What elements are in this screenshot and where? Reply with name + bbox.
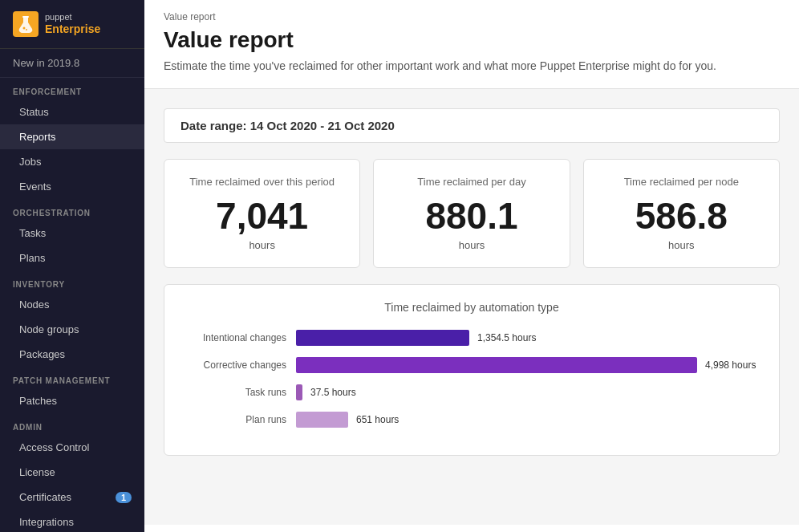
sidebar-section-enforcement: ENFORCEMENT Status Reports Jobs Events <box>0 78 144 199</box>
puppet-label: puppet <box>45 12 100 22</box>
sidebar-item-plans[interactable]: Plans <box>0 246 144 270</box>
chart-label-task-runs: Task runs <box>184 387 296 398</box>
svg-point-2 <box>26 29 27 30</box>
sidebar-item-license[interactable]: License <box>0 460 144 485</box>
sidebar-item-nodes[interactable]: Nodes <box>0 292 144 317</box>
stat-value-per-day: 880.1 <box>390 197 553 234</box>
chart-label-corrective: Corrective changes <box>184 359 296 371</box>
enforcement-header: ENFORCEMENT <box>0 78 144 99</box>
chart-bar-task-runs <box>296 384 302 400</box>
sidebar-item-events[interactable]: Events <box>0 174 144 199</box>
sidebar-item-integrations[interactable]: Integrations <box>0 510 144 532</box>
chart-bar-corrective <box>296 357 697 373</box>
sidebar-section-admin: ADMIN Access Control License Certificate… <box>0 413 144 532</box>
stat-card-per-node: Time reclaimed per node 586.8 hours <box>583 159 780 268</box>
chart-bar-intentional <box>296 330 469 346</box>
stat-card-total: Time reclaimed over this period 7,041 ho… <box>164 159 360 268</box>
sidebar-item-reports[interactable]: Reports <box>0 124 144 149</box>
new-badge[interactable]: New in 2019.8 <box>0 49 144 78</box>
stat-card-per-day: Time reclaimed per day 880.1 hours <box>373 159 570 268</box>
svg-rect-0 <box>22 16 29 18</box>
enterprise-label: Enterprise <box>45 22 100 36</box>
chart-row-task-runs: Task runs 37.5 hours <box>184 384 760 400</box>
stat-unit-per-node: hours <box>600 239 763 251</box>
sidebar-item-status[interactable]: Status <box>0 99 144 124</box>
main-content: Value report Value report Estimate the t… <box>144 0 799 532</box>
orchestration-header: ORCHESTRATION <box>0 199 144 221</box>
sidebar-item-tasks[interactable]: Tasks <box>0 221 144 246</box>
page-title: Value report <box>144 26 799 59</box>
puppet-logo-icon <box>13 11 39 37</box>
chart-row-plan-runs: Plan runs 651 hours <box>184 412 760 428</box>
stat-label-total: Time reclaimed over this period <box>180 176 343 188</box>
sidebar-item-patches[interactable]: Patches <box>0 388 144 413</box>
chart-bar-container-corrective: 4,998 hours <box>296 357 760 373</box>
sidebar-section-orchestration: ORCHESTRATION Tasks Plans <box>0 199 144 270</box>
chart-value-task-runs: 37.5 hours <box>310 387 356 398</box>
certificates-badge: 1 <box>116 492 132 503</box>
inventory-header: INVENTORY <box>0 270 144 292</box>
chart-value-intentional: 1,354.5 hours <box>477 332 536 343</box>
chart-row-intentional: Intentional changes 1,354.5 hours <box>184 330 760 346</box>
chart-card: Time reclaimed by automation type Intent… <box>164 284 780 456</box>
chart-label-intentional: Intentional changes <box>184 332 296 343</box>
chart-label-plan-runs: Plan runs <box>184 414 296 425</box>
logo[interactable]: puppet Enterprise <box>0 0 144 49</box>
stat-unit-per-day: hours <box>390 239 553 251</box>
patch-management-header: PATCH MANAGEMENT <box>0 367 144 388</box>
sidebar-item-packages[interactable]: Packages <box>0 342 144 367</box>
sidebar-item-access-control[interactable]: Access Control <box>0 435 144 460</box>
chart-bar-plan-runs <box>296 412 348 428</box>
stat-label-per-node: Time reclaimed per node <box>600 176 763 188</box>
sidebar-section-inventory: INVENTORY Nodes Node groups Packages <box>0 270 144 367</box>
stat-unit-total: hours <box>180 239 343 251</box>
sidebar: puppet Enterprise New in 2019.8 ENFORCEM… <box>0 0 144 532</box>
stat-value-per-node: 586.8 <box>600 197 763 234</box>
chart-title: Time reclaimed by automation type <box>184 301 760 314</box>
sidebar-item-jobs[interactable]: Jobs <box>0 149 144 174</box>
logo-text: puppet Enterprise <box>45 12 100 36</box>
chart-value-corrective: 4,998 hours <box>705 359 756 371</box>
stat-label-per-day: Time reclaimed per day <box>390 176 553 188</box>
date-range: Date range: 14 Oct 2020 - 21 Oct 2020 <box>164 108 780 143</box>
sidebar-item-node-groups[interactable]: Node groups <box>0 317 144 342</box>
stat-value-total: 7,041 <box>180 197 343 234</box>
chart-row-corrective: Corrective changes 4,998 hours <box>184 357 760 373</box>
admin-header: ADMIN <box>0 413 144 435</box>
svg-point-1 <box>23 27 26 30</box>
page-subtitle: Estimate the time you've reclaimed for o… <box>144 59 799 89</box>
sidebar-section-patch-management: PATCH MANAGEMENT Patches <box>0 367 144 413</box>
sidebar-item-certificates[interactable]: Certificates 1 <box>0 485 144 510</box>
chart-bar-container-plan-runs: 651 hours <box>296 412 760 428</box>
chart-value-plan-runs: 651 hours <box>356 414 399 425</box>
stats-row: Time reclaimed over this period 7,041 ho… <box>164 159 780 268</box>
content-area: Date range: 14 Oct 2020 - 21 Oct 2020 Ti… <box>144 89 799 525</box>
chart-bar-container-intentional: 1,354.5 hours <box>296 330 760 346</box>
new-badge-label: New in 2019.8 <box>13 57 79 69</box>
chart-bar-container-task-runs: 37.5 hours <box>296 384 760 400</box>
breadcrumb: Value report <box>144 0 799 26</box>
